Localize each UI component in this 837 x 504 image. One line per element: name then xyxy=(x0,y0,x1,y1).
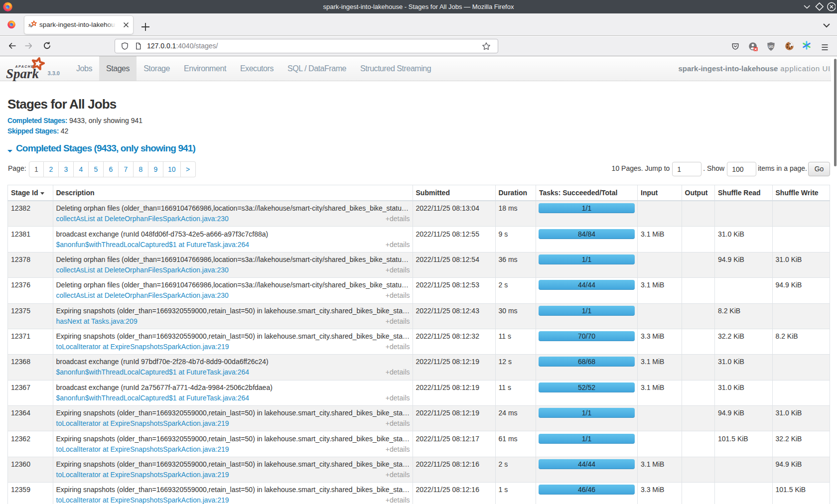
svg-text:3.3.0: 3.3.0 xyxy=(48,70,60,76)
svg-text:UO: UO xyxy=(769,45,774,48)
svg-text:Spark: Spark xyxy=(6,66,39,81)
